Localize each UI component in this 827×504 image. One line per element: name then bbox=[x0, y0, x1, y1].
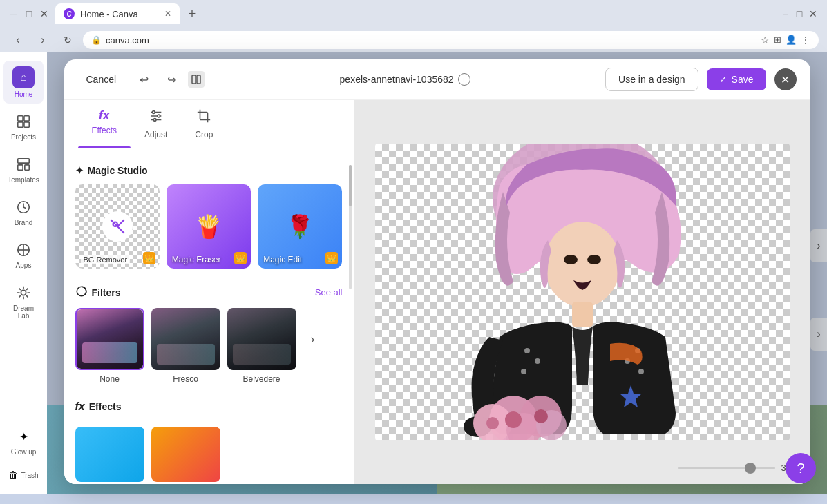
svg-point-23 bbox=[544, 222, 620, 307]
bookmark-icon[interactable]: ☆ bbox=[761, 35, 770, 46]
magic-studio-header: ✦ Magic Studio bbox=[64, 159, 354, 184]
tab-close-button[interactable]: ✕ bbox=[164, 9, 171, 19]
sidebar-item-projects[interactable]: Projects bbox=[3, 106, 44, 146]
effects-section: fx Effects bbox=[64, 395, 354, 482]
sidebar-item-glow[interactable]: ✦ Glow up bbox=[3, 421, 44, 461]
sidebar-glow-label: Glow up bbox=[11, 448, 37, 456]
zoom-slider-thumb[interactable] bbox=[745, 463, 756, 474]
sidebar-apps-label: Apps bbox=[16, 262, 32, 269]
effect-card-1[interactable] bbox=[75, 427, 144, 482]
tab-effects[interactable]: fx Effects bbox=[78, 100, 131, 148]
address-bar-icons: ☆ ⊞ 👤 ⋮ bbox=[761, 35, 810, 46]
forward-button[interactable]: › bbox=[33, 30, 53, 50]
panel-content: ✦ Magic Studio bbox=[64, 148, 354, 484]
effect-card-2[interactable] bbox=[151, 427, 220, 482]
magic-eraser-crown: 👑 bbox=[234, 252, 247, 264]
file-name-text: pexels-annetnavi-1035682 bbox=[340, 74, 454, 85]
back-button[interactable]: ‹ bbox=[8, 30, 28, 50]
close-modal-button[interactable]: ✕ bbox=[774, 68, 797, 90]
help-button[interactable]: ? bbox=[786, 453, 816, 483]
tab-bar: C Home - Canva ✕ + bbox=[55, 1, 769, 26]
trash-icon: 🗑 bbox=[8, 469, 18, 481]
filter-none[interactable]: None bbox=[75, 308, 144, 384]
filter-next-button[interactable]: › bbox=[303, 308, 323, 370]
filters-circle-icon bbox=[75, 285, 88, 300]
magic-studio-title: ✦ Magic Studio bbox=[75, 165, 148, 176]
sidebar-item-dreamlab[interactable]: Dream Lab bbox=[3, 278, 44, 325]
header-tools: ↩ ↪ bbox=[133, 68, 205, 90]
svg-rect-4 bbox=[18, 159, 30, 163]
effects-tab-icon: fx bbox=[99, 108, 110, 123]
crop-tab-icon bbox=[196, 108, 211, 127]
filter-fresco-label: Fresco bbox=[173, 374, 198, 384]
svg-rect-6 bbox=[25, 165, 29, 170]
url-text: canva.com bbox=[106, 35, 149, 46]
save-button[interactable]: ✓ Save bbox=[707, 68, 766, 90]
brand-icon bbox=[14, 197, 33, 217]
win-close-button[interactable]: ✕ bbox=[808, 8, 819, 19]
filter-belvedere[interactable]: Belvedere bbox=[227, 308, 296, 384]
sidebar-item-apps[interactable]: Apps bbox=[3, 235, 44, 275]
left-sidebar: ⌂ Home Projects Templates Brand bbox=[0, 52, 47, 494]
effects-tab-label: Effects bbox=[92, 126, 117, 135]
info-icon[interactable]: i bbox=[458, 73, 470, 86]
use-in-design-button[interactable]: Use in a design bbox=[605, 68, 698, 91]
filter-fresco[interactable]: Fresco bbox=[151, 308, 220, 384]
zoom-slider[interactable] bbox=[678, 467, 775, 469]
magic-studio-title-text: Magic Studio bbox=[88, 165, 148, 176]
tab-adjust[interactable]: Adjust bbox=[131, 100, 181, 148]
scrollbar-thumb[interactable] bbox=[349, 165, 352, 206]
browser-window-controls: ─ □ ✕ bbox=[8, 8, 50, 19]
tabs-row: fx Effects Adjust bbox=[64, 100, 354, 148]
win-restore-button[interactable]: □ bbox=[794, 8, 805, 19]
file-name-area: pexels-annetnavi-1035682 i bbox=[213, 73, 597, 86]
svg-rect-13 bbox=[197, 75, 200, 84]
tab-crop[interactable]: Crop bbox=[181, 100, 227, 148]
compare-button[interactable] bbox=[188, 71, 205, 88]
menu-icon[interactable]: ⋮ bbox=[801, 35, 810, 46]
svg-rect-26 bbox=[572, 302, 593, 327]
magic-edit-card[interactable]: 🌹 Magic Edit 👑 bbox=[258, 184, 342, 269]
extensions-icon[interactable]: ⊞ bbox=[774, 35, 781, 46]
apps-icon bbox=[14, 240, 33, 260]
right-panel: 38% bbox=[354, 100, 810, 484]
address-bar[interactable]: 🔒 canva.com ☆ ⊞ 👤 ⋮ bbox=[83, 31, 819, 49]
sidebar-templates-label: Templates bbox=[8, 176, 39, 184]
svg-point-42 bbox=[486, 417, 499, 429]
sidebar-item-trash[interactable]: 🗑 Trash bbox=[4, 464, 42, 486]
bg-remover-card[interactable]: BG Remover 👑 bbox=[75, 184, 160, 269]
minimize-button[interactable]: ─ bbox=[8, 8, 19, 19]
magic-edit-label: Magic Edit bbox=[263, 255, 302, 264]
browser-tab-active[interactable]: C Home - Canva ✕ bbox=[55, 3, 180, 24]
magic-eraser-card[interactable]: 🍟 Magic Eraser 👑 bbox=[167, 184, 251, 269]
svg-point-40 bbox=[505, 411, 522, 428]
sidebar-brand-label: Brand bbox=[15, 219, 33, 226]
new-tab-button[interactable]: + bbox=[182, 4, 202, 23]
undo-button[interactable]: ↩ bbox=[133, 68, 155, 90]
svg-point-32 bbox=[638, 369, 644, 374]
effects-cards-row bbox=[75, 427, 343, 482]
win-minimize-button[interactable]: ─ bbox=[780, 8, 791, 19]
adjust-tab-icon bbox=[149, 108, 164, 127]
tab-favicon: C bbox=[64, 8, 75, 19]
sidebar-item-home[interactable]: ⌂ Home bbox=[3, 61, 44, 104]
sidebar-item-templates[interactable]: Templates bbox=[3, 149, 44, 189]
redo-button[interactable]: ↪ bbox=[160, 68, 182, 90]
address-bar-row: ‹ › ↻ 🔒 canva.com ☆ ⊞ 👤 ⋮ bbox=[0, 28, 827, 52]
modal-header: Cancel ↩ ↪ pexels-annetnavi-1035682 i Us… bbox=[64, 59, 810, 100]
woman-figure bbox=[375, 144, 790, 440]
svg-rect-5 bbox=[18, 165, 23, 170]
see-all-link[interactable]: See all bbox=[315, 287, 343, 298]
cancel-button[interactable]: Cancel bbox=[78, 70, 125, 89]
svg-point-18 bbox=[157, 115, 160, 117]
svg-point-17 bbox=[152, 111, 155, 114]
maximize-button[interactable]: □ bbox=[23, 8, 35, 19]
browser-title-bar: ─ □ ✕ C Home - Canva ✕ + ─ □ ✕ bbox=[0, 0, 827, 28]
sidebar-item-brand[interactable]: Brand bbox=[3, 192, 44, 232]
sidebar-bottom: ✦ Glow up 🗑 Trash bbox=[3, 421, 44, 486]
crop-tab-label: Crop bbox=[195, 130, 213, 139]
svg-rect-3 bbox=[24, 122, 29, 127]
close-window-button[interactable]: ✕ bbox=[39, 8, 50, 19]
account-avatar[interactable]: 👤 bbox=[786, 35, 797, 46]
reload-button[interactable]: ↻ bbox=[58, 30, 77, 50]
